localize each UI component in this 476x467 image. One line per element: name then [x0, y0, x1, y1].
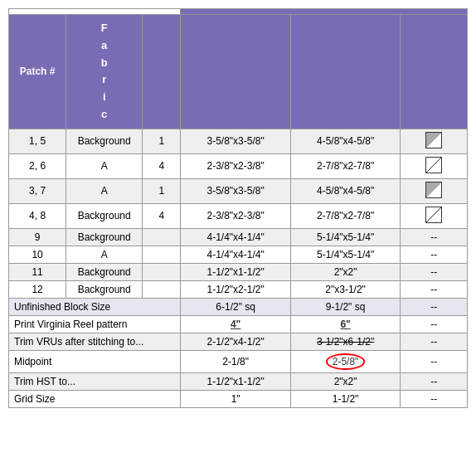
cell-qty: 4: [143, 203, 181, 228]
col-header-9: [290, 15, 400, 129]
cell-subcut: [401, 153, 468, 178]
cell-size6: 1-1/2"x2-1/2": [181, 280, 290, 298]
print-9-link[interactable]: 6": [340, 319, 350, 330]
footer-label: Trim HST to...: [9, 372, 181, 390]
cell-patch: 3, 7: [9, 178, 66, 203]
table-row: 9Background4-1/4"x4-1/4"5-1/4"x5-1/4"--: [9, 228, 468, 246]
footer-row: Trim VRUs after stitching to...2-1/2"x4-…: [9, 333, 468, 350]
cell-size6: 2-3/8"x2-3/8": [181, 203, 290, 228]
cell-subcut: --: [401, 263, 468, 280]
cell-size9: 5-1/4"x5-1/4": [290, 228, 400, 246]
cell-fabric: A: [66, 178, 143, 203]
cell-fabric: A: [66, 153, 143, 178]
footer-subcut: --: [401, 298, 468, 315]
cell-size6: 3-5/8"x3-5/8": [181, 178, 290, 203]
cell-size9: 5-1/4"x5-1/4": [290, 246, 400, 263]
table-row: 2, 6A42-3/8"x2-3/8"2-7/8"x2-7/8": [9, 153, 468, 178]
cell-subcut: --: [401, 280, 468, 298]
cell-fabric: Background: [66, 228, 143, 246]
cell-patch: 4, 8: [9, 203, 66, 228]
cell-qty: 1: [143, 178, 181, 203]
footer-label: Grid Size: [9, 390, 181, 407]
col-header-fabric: Fabric: [66, 15, 143, 129]
print-6-link[interactable]: 4": [231, 319, 240, 330]
cell-fabric: Background: [66, 129, 143, 153]
footer-size6: 2-1/2"x4-1/2": [181, 333, 290, 350]
cell-qty: [143, 263, 181, 280]
footer-label: Unfinished Block Size: [9, 298, 181, 315]
cell-size9: 2-7/8"x2-7/8": [290, 153, 400, 178]
hsr-filled-icon: [425, 132, 442, 148]
table-row: 12Background1-1/2"x2-1/2"2"x3-1/2"--: [9, 280, 468, 298]
col-header-subcut: [401, 15, 468, 129]
footer-row: Midpoint2-1/8"2-5/8"--: [9, 350, 468, 372]
footer-size9: 2"x2": [290, 372, 400, 390]
footer-label: Midpoint: [9, 350, 181, 372]
footer-subcut: --: [401, 333, 468, 350]
finished-block-size-header: [181, 9, 468, 15]
cell-size9: 2"x3-1/2": [290, 280, 400, 298]
cell-patch: 11: [9, 263, 66, 280]
cell-fabric: Background: [66, 280, 143, 298]
hsr-empty-icon: [425, 157, 442, 173]
cell-fabric: Background: [66, 263, 143, 280]
footer-subcut: --: [401, 315, 468, 333]
footer-size9: 1-1/2": [290, 390, 400, 407]
cell-subcut: --: [401, 228, 468, 246]
cell-patch: 9: [9, 228, 66, 246]
cell-size9: 4-5/8"x4-5/8": [290, 178, 400, 203]
cell-patch: 12: [9, 280, 66, 298]
cell-subcut: [401, 178, 468, 203]
footer-size9: 2-5/8": [290, 350, 400, 372]
cell-subcut: [401, 129, 468, 153]
cell-qty: [143, 280, 181, 298]
footer-row: Grid Size1"1-1/2"--: [9, 390, 468, 407]
cell-size9: 2"x2": [290, 263, 400, 280]
table-row: 10A4-1/4"x4-1/4"5-1/4"x5-1/4"--: [9, 246, 468, 263]
col-header-qty: [143, 15, 181, 129]
footer-label: Trim VRUs after stitching to...: [9, 333, 181, 350]
footer-row: Unfinished Block Size6-1/2" sq9-1/2" sq-…: [9, 298, 468, 315]
table-row: 4, 8Background42-3/8"x2-3/8"2-7/8"x2-7/8…: [9, 203, 468, 228]
footer-size6: 4": [181, 315, 290, 333]
table-row: 1, 5Background13-5/8"x3-5/8"4-5/8"x4-5/8…: [9, 129, 468, 153]
footer-row: Trim HST to...1-1/2"x1-1/2"2"x2"--: [9, 372, 468, 390]
footer-size9: 3-1/2"x6-1/2": [290, 333, 400, 350]
cell-qty: 1: [143, 129, 181, 153]
cell-size9: 2-7/8"x2-7/8": [290, 203, 400, 228]
cell-subcut: [401, 203, 468, 228]
patch-label: Patch #: [20, 66, 56, 77]
midpoint-circle: 2-5/8": [326, 353, 366, 370]
table-row: 11Background1-1/2"x1-1/2"2"x2"--: [9, 263, 468, 280]
cell-qty: [143, 246, 181, 263]
footer-size6: 1": [181, 390, 290, 407]
col-header-patch: Patch #: [9, 15, 66, 129]
cell-fabric: A: [66, 246, 143, 263]
footer-size9: 9-1/2" sq: [290, 298, 400, 315]
fabric-label: Fabric: [70, 20, 138, 124]
footer-subcut: --: [401, 372, 468, 390]
main-table-wrapper: Patch # Fabric 1, 5Background13-5/8"x3-5…: [8, 8, 468, 408]
table-row: 3, 7A13-5/8"x3-5/8"4-5/8"x4-5/8": [9, 178, 468, 203]
footer-size6: 1-1/2"x1-1/2": [181, 372, 290, 390]
footer-size6: 2-1/8": [181, 350, 290, 372]
cutting-chart-table: Patch # Fabric 1, 5Background13-5/8"x3-5…: [8, 8, 468, 408]
col-header-6: [181, 15, 290, 129]
cell-subcut: --: [401, 246, 468, 263]
cell-fabric: Background: [66, 203, 143, 228]
cell-qty: 4: [143, 153, 181, 178]
footer-label: Print Virginia Reel pattern: [9, 315, 181, 333]
cell-patch: 1, 5: [9, 129, 66, 153]
cell-patch: 10: [9, 246, 66, 263]
footer-subcut: --: [401, 350, 468, 372]
footer-row: Print Virginia Reel pattern4"6"--: [9, 315, 468, 333]
hsr-empty-icon: [425, 207, 442, 223]
cell-size6: 1-1/2"x1-1/2": [181, 263, 290, 280]
footer-subcut: --: [401, 390, 468, 407]
cell-size6: 4-1/4"x4-1/4": [181, 246, 290, 263]
cell-qty: [143, 228, 181, 246]
cell-size9: 4-5/8"x4-5/8": [290, 129, 400, 153]
hsr-filled-icon: [425, 182, 442, 198]
footer-size9: 6": [290, 315, 400, 333]
footer-size6: 6-1/2" sq: [181, 298, 290, 315]
